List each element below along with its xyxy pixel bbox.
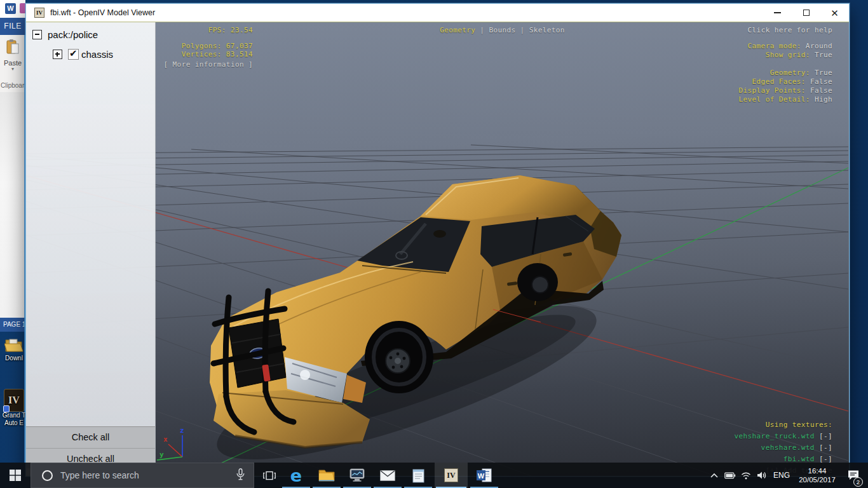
minimize-button[interactable] — [763, 4, 792, 22]
view-mode-tabs: Geometry | Bounds | Skeleton — [156, 26, 849, 34]
microphone-icon[interactable] — [236, 468, 245, 483]
render-settings: Geometry: True Edged Faces: False Displa… — [739, 69, 833, 104]
desktop-icon-label: Grand T — [0, 412, 28, 419]
taskbar-app-mail[interactable] — [372, 463, 403, 488]
clock[interactable]: 16:44 20/05/2017 — [793, 463, 841, 488]
notepad-icon — [412, 468, 424, 483]
wifi-icon[interactable] — [738, 463, 754, 488]
model-tree-panel: pack:/police chassis Check all Uncheck a… — [26, 22, 156, 476]
tab-separator: | — [520, 26, 525, 34]
level-of-detail-label[interactable]: Level of Detail: — [739, 95, 810, 104]
paste-button[interactable]: Paste ▾ — [1, 39, 24, 72]
minimize-icon — [774, 12, 781, 13]
svg-text:W: W — [478, 472, 485, 480]
monitor-icon — [349, 468, 365, 482]
start-button[interactable] — [0, 463, 31, 488]
search-input[interactable] — [60, 470, 236, 480]
taskbar-app-system-monitor[interactable] — [342, 463, 372, 488]
show-grid-label[interactable]: Show grid: — [766, 51, 810, 59]
expand-icon[interactable] — [53, 50, 62, 59]
help-link[interactable]: Click here for help — [748, 26, 832, 34]
geometry-label[interactable]: Geometry: — [770, 69, 810, 77]
folder-icon — [4, 337, 24, 353]
word-document-area — [0, 92, 25, 318]
polygons-value: Polygons: 67,037 — [156, 42, 253, 50]
taskbar-app-notepad[interactable] — [403, 463, 433, 488]
side-mirror — [433, 230, 446, 238]
tree-item-root[interactable]: pack:/police — [32, 29, 98, 40]
textures-header: Using textures: — [734, 419, 832, 431]
display-points-value: False — [810, 86, 832, 95]
openiv-icon: IV — [444, 468, 458, 482]
maximize-button[interactable] — [792, 4, 820, 22]
texture-item[interactable]: vehshare_truck.wtd — [734, 432, 814, 440]
desktop-icon-gta[interactable]: IV Grand T Auto E — [0, 389, 28, 427]
taskbar-app-file-explorer[interactable] — [311, 463, 342, 488]
desktop-icon-label: Downl — [0, 355, 28, 362]
camera-mode-value: Around — [806, 42, 832, 50]
paste-dropdown-caret[interactable]: ▾ — [1, 67, 24, 72]
word-file-tab[interactable]: FILE — [0, 18, 25, 35]
file-explorer-icon — [318, 468, 335, 482]
clock-date: 20/05/2017 — [799, 475, 836, 484]
word-titlebar: W — [0, 0, 25, 18]
language-indicator[interactable]: ENG — [770, 463, 793, 488]
windows-logo-icon — [10, 470, 21, 481]
action-center-button[interactable]: 2 — [843, 463, 864, 488]
cortana-icon — [42, 470, 53, 481]
taskbar-search[interactable] — [31, 463, 254, 488]
close-icon: ✕ — [831, 8, 839, 18]
texture-item[interactable]: vehshare.wtd — [761, 444, 815, 452]
texture-remove-button[interactable]: [-] — [819, 432, 832, 440]
gta-icon-text: IV — [8, 395, 20, 405]
word-ribbon: Paste ▾ Clipboar — [0, 35, 25, 92]
desktop: W FILE Paste ▾ Clipboar PAGE 1 — [0, 0, 868, 488]
camera-mode-label[interactable]: Camera mode: — [748, 42, 801, 50]
display-points-label[interactable]: Display Points: — [739, 86, 806, 95]
mail-icon — [380, 470, 395, 481]
tray-chevron-icon[interactable] — [707, 463, 722, 488]
tab-skeleton[interactable]: Skeleton — [529, 26, 565, 34]
front-wheel — [365, 321, 433, 393]
edged-faces-value: False — [810, 78, 832, 86]
camera-settings: Camera mode: Around Show grid: True — [748, 42, 832, 60]
tree-root-label: pack:/police — [48, 29, 98, 40]
word-app-icon: W — [5, 3, 16, 14]
clock-time: 16:44 — [808, 466, 827, 475]
task-view-icon — [263, 470, 276, 481]
tree-item-chassis[interactable]: chassis — [53, 49, 113, 60]
word-status-bar: PAGE 1 — [0, 318, 25, 332]
volume-icon[interactable] — [754, 463, 770, 488]
taskbar-app-word[interactable]: W — [469, 463, 499, 488]
level-of-detail-value: High — [815, 95, 832, 104]
check-all-button[interactable]: Check all — [26, 427, 155, 448]
edged-faces-label[interactable]: Edged Faces: — [752, 78, 806, 86]
more-information-link[interactable]: [ More information ] — [156, 60, 253, 69]
task-view-button[interactable] — [255, 463, 283, 488]
taskbar: e — [0, 463, 868, 488]
maximize-icon — [803, 10, 810, 16]
axis-y-label: y — [159, 451, 164, 459]
openiv-model-viewer-window: IV fbi.wft - OpenIV Model Viewer ✕ — [25, 3, 850, 477]
taskbar-app-openiv[interactable]: IV — [435, 463, 468, 488]
titlebar[interactable]: IV fbi.wft - OpenIV Model Viewer ✕ — [26, 4, 849, 22]
tree-child-label: chassis — [81, 49, 113, 60]
desktop-icon-download[interactable]: Downl — [0, 337, 28, 362]
model-viewport[interactable]: z x y FPS: 23.54 Polygons: 67,037 Vertic… — [26, 22, 849, 476]
geometry-value: True — [815, 69, 832, 77]
chassis-checkbox[interactable] — [68, 49, 79, 60]
notification-badge: 2 — [853, 477, 863, 487]
close-button[interactable]: ✕ — [820, 4, 849, 22]
edge-icon: e — [290, 467, 302, 484]
word-icon: W — [477, 468, 492, 482]
vertices-value: Vertices: 83,514 — [156, 50, 253, 58]
texture-remove-button[interactable]: [-] — [819, 444, 832, 452]
window-title: fbi.wft - OpenIV Model Viewer — [50, 4, 155, 22]
tab-geometry[interactable]: Geometry — [440, 26, 475, 34]
battery-icon[interactable] — [722, 463, 738, 488]
collapse-icon[interactable] — [32, 30, 42, 39]
clipboard-icon — [5, 39, 20, 55]
openiv-window-icon: IV — [34, 8, 44, 18]
taskbar-app-edge[interactable]: e — [281, 463, 311, 488]
tab-bounds[interactable]: Bounds — [489, 26, 515, 34]
